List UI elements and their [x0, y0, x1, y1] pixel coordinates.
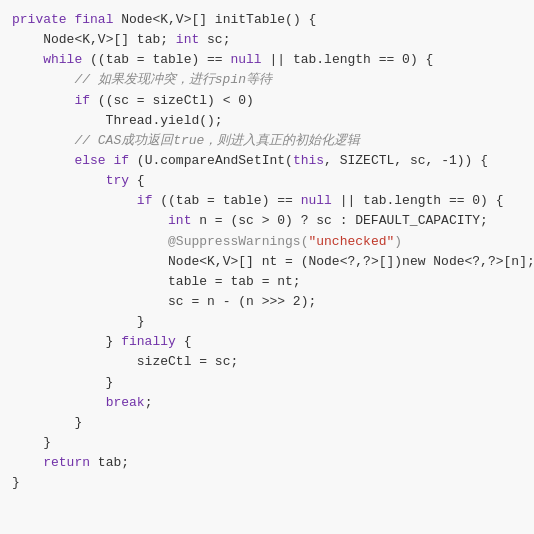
code-token: // 如果发现冲突，进行spin等待 — [12, 72, 272, 87]
code-token: <?,?> — [465, 254, 504, 269]
code-token: Node — [121, 12, 152, 27]
code-token: { — [176, 334, 192, 349]
code-token — [12, 153, 74, 168]
code-token: int — [168, 213, 191, 228]
code-token: { — [129, 173, 145, 188]
code-line-9: try { — [12, 171, 522, 191]
code-token: (U.compareAndSetInt( — [129, 153, 293, 168]
code-token: return — [43, 455, 90, 470]
code-token: sc = n - (n >>> 2); — [12, 294, 316, 309]
code-token: } — [12, 375, 113, 390]
code-line-14: table = tab = nt; — [12, 272, 522, 292]
code-token: ((tab = table) == — [152, 193, 300, 208]
code-token — [12, 213, 168, 228]
code-token: // CAS成功返回true，则进入真正的初始化逻辑 — [12, 133, 360, 148]
code-token: } — [12, 475, 20, 490]
code-token: ) — [394, 234, 402, 249]
code-token: if — [74, 93, 90, 108]
code-line-8: else if (U.compareAndSetInt(this, SIZECT… — [12, 151, 522, 171]
code-line-21: } — [12, 413, 522, 433]
code-token: ((sc = sizeCtl) < 0) — [90, 93, 254, 108]
code-line-22: } — [12, 433, 522, 453]
code-token: sizeCtl = sc; — [12, 354, 238, 369]
code-token — [12, 173, 106, 188]
code-token: else — [74, 153, 105, 168]
code-token: ; — [145, 395, 153, 410]
code-line-1: private final Node<K,V>[] initTable() { — [12, 10, 522, 30]
code-token: <?,?> — [340, 254, 379, 269]
code-line-12: @SuppressWarnings("unchecked") — [12, 232, 522, 252]
code-token: } — [12, 334, 121, 349]
code-token: final — [74, 12, 121, 27]
code-line-11: int n = (sc > 0) ? sc : DEFAULT_CAPACITY… — [12, 211, 522, 231]
code-token — [12, 52, 43, 67]
code-line-4: // 如果发现冲突，进行spin等待 — [12, 70, 522, 90]
code-token: || tab.length == 0) { — [262, 52, 434, 67]
code-token: || tab.length == 0) { — [332, 193, 504, 208]
code-token: [])new Node — [379, 254, 465, 269]
code-token: this — [293, 153, 324, 168]
code-token — [12, 193, 137, 208]
code-token: Node — [12, 254, 199, 269]
code-token: <K,V> — [199, 254, 238, 269]
code-token: while — [43, 52, 82, 67]
code-token: @SuppressWarnings( — [168, 234, 308, 249]
code-token: <K,V> — [74, 32, 113, 47]
code-line-24: } — [12, 473, 522, 493]
code-line-3: while ((tab = table) == null || tab.leng… — [12, 50, 522, 70]
code-token: null — [230, 52, 261, 67]
code-line-18: sizeCtl = sc; — [12, 352, 522, 372]
code-token: , SIZECTL, sc, -1)) { — [324, 153, 488, 168]
code-token: } — [12, 314, 145, 329]
code-token: int — [176, 32, 199, 47]
code-token — [12, 455, 43, 470]
code-line-6: Thread.yield(); — [12, 111, 522, 131]
code-token: if — [113, 153, 129, 168]
code-token: private — [12, 12, 74, 27]
code-token: ((tab = table) == — [82, 52, 230, 67]
code-token: } — [12, 435, 51, 450]
code-line-23: return tab; — [12, 453, 522, 473]
code-token: <K,V> — [152, 12, 191, 27]
code-token: break — [106, 395, 145, 410]
code-token — [12, 395, 106, 410]
code-block: private final Node<K,V>[] initTable() { … — [12, 10, 522, 493]
code-token: tab; — [90, 455, 129, 470]
code-line-15: sc = n - (n >>> 2); — [12, 292, 522, 312]
code-token: [] nt = (Node — [238, 254, 339, 269]
code-line-7: // CAS成功返回true，则进入真正的初始化逻辑 — [12, 131, 522, 151]
code-token: [] initTable() { — [191, 12, 316, 27]
code-token: finally — [121, 334, 176, 349]
code-line-20: break; — [12, 393, 522, 413]
code-token: table = tab = nt; — [12, 274, 301, 289]
code-token: null — [301, 193, 332, 208]
code-token: } — [12, 415, 82, 430]
code-line-17: } finally { — [12, 332, 522, 352]
code-token: n = (sc > 0) ? sc : DEFAULT_CAPACITY; — [191, 213, 487, 228]
code-token: Node — [12, 32, 74, 47]
code-line-10: if ((tab = table) == null || tab.length … — [12, 191, 522, 211]
code-line-2: Node<K,V>[] tab; int sc; — [12, 30, 522, 50]
code-token: try — [106, 173, 129, 188]
code-token: if — [137, 193, 153, 208]
code-token: "unchecked" — [308, 234, 394, 249]
code-token: sc; — [199, 32, 230, 47]
code-line-13: Node<K,V>[] nt = (Node<?,?>[])new Node<?… — [12, 252, 522, 272]
code-token: Thread.yield(); — [12, 113, 223, 128]
code-line-16: } — [12, 312, 522, 332]
code-token — [12, 93, 74, 108]
code-line-19: } — [12, 373, 522, 393]
code-container: private final Node<K,V>[] initTable() { … — [0, 0, 534, 534]
code-token: [] tab; — [113, 32, 175, 47]
code-token: [n]; — [504, 254, 534, 269]
code-line-5: if ((sc = sizeCtl) < 0) — [12, 91, 522, 111]
code-token — [12, 234, 168, 249]
